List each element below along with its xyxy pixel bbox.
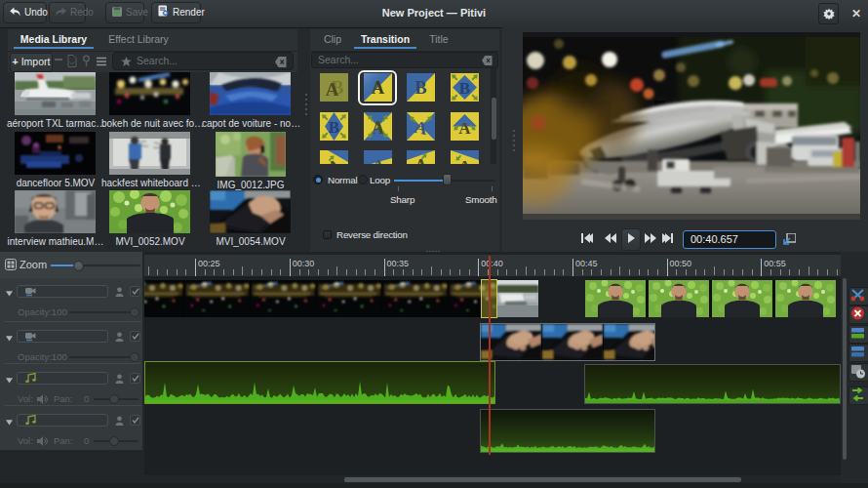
svg-text:A: A [372, 118, 384, 138]
svg-text:A: A [458, 119, 471, 138]
svg-text:A: A [370, 155, 385, 164]
svg-text:A: A [458, 157, 471, 164]
svg-text:B: B [329, 118, 339, 137]
svg-text:A: A [372, 78, 384, 98]
svg-text:A: A [414, 156, 427, 164]
svg-text:B: B [458, 79, 469, 98]
svg-text:B: B [414, 78, 426, 98]
svg-text:A: A [326, 79, 339, 100]
